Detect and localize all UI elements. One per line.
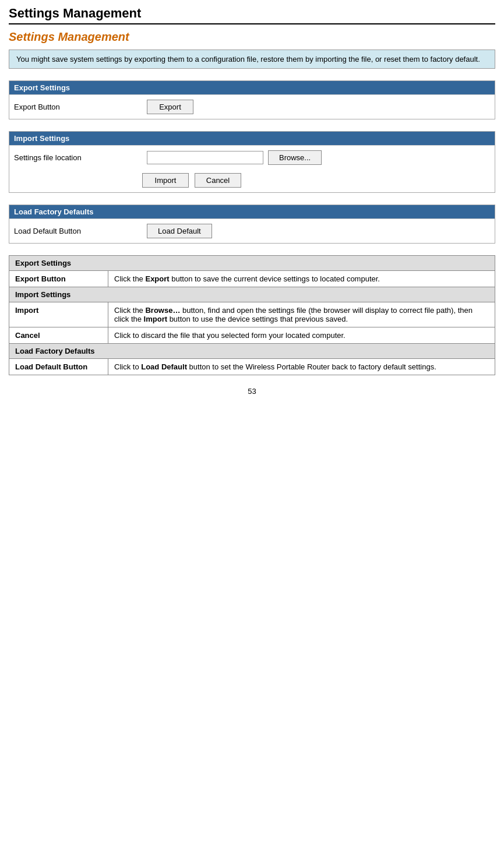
table-section-factory-label: Load Factory Defaults [9,344,495,359]
export-settings-header: Export Settings [9,81,495,94]
export-button-label: Export Button [14,103,142,111]
export-settings-section: Export Settings Export Button Export [9,80,495,119]
factory-defaults-header: Load Factory Defaults [9,205,495,218]
import-settings-header: Import Settings [9,132,495,145]
page-title: Settings Management [9,6,495,24]
desc-import: Click the Browse… button, find and open … [108,302,495,327]
term-export-button: Export Button [9,271,108,287]
settings-file-input[interactable] [147,151,263,164]
info-box: You might save system settings by export… [9,50,495,69]
import-settings-section: Import Settings Settings file location B… [9,131,495,193]
load-default-row: Load Default Button Load Default [9,218,495,243]
desc-load-default: Click to Load Default button to set the … [108,359,495,375]
table-section-factory: Load Factory Defaults [9,344,495,359]
table-section-import-label: Import Settings [9,287,495,302]
export-button[interactable]: Export [147,100,193,114]
term-cancel: Cancel [9,327,108,344]
settings-management-title: Settings Management [9,30,495,44]
cancel-button[interactable]: Cancel [195,173,241,188]
factory-defaults-section: Load Factory Defaults Load Default Butto… [9,205,495,244]
import-button[interactable]: Import [142,173,189,188]
term-import: Import [9,302,108,327]
term-load-default: Load Default Button [9,359,108,375]
description-table: Export Settings Export Button Click the … [9,255,495,375]
desc-cancel: Click to discard the file that you selec… [108,327,495,344]
table-row: Import Click the Browse… button, find an… [9,302,495,327]
load-default-label: Load Default Button [14,227,142,235]
table-section-export-label: Export Settings [9,256,495,271]
import-cancel-row: Import Cancel [9,170,495,192]
settings-file-location-label: Settings file location [14,153,142,162]
table-row: Cancel Click to discard the file that yo… [9,327,495,344]
table-row: Export Button Click the Export button to… [9,271,495,287]
page-number: 53 [9,387,495,396]
browse-button[interactable]: Browse... [268,150,322,165]
table-row: Load Default Button Click to Load Defaul… [9,359,495,375]
desc-export-button: Click the Export button to save the curr… [108,271,495,287]
load-default-button[interactable]: Load Default [147,224,212,238]
settings-file-location-row: Settings file location Browse... [9,145,495,170]
export-button-row: Export Button Export [9,94,495,119]
table-section-export: Export Settings [9,256,495,271]
table-section-import: Import Settings [9,287,495,302]
